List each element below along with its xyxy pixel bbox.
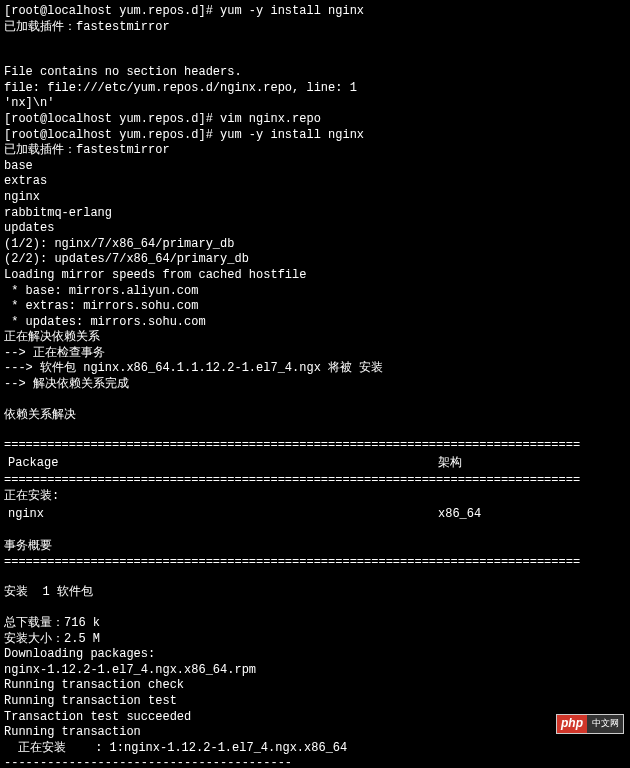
terminal-line	[4, 50, 626, 65]
terminal-line: Running transaction test	[4, 694, 626, 710]
row-package: nginx	[8, 507, 438, 523]
terminal-line: 事务概要	[4, 539, 626, 555]
terminal-line: Running transaction check	[4, 678, 626, 694]
terminal-line: 安装大小：2.5 M	[4, 632, 626, 648]
terminal-line: 安装 1 软件包	[4, 585, 626, 601]
terminal-line: 总下载量：716 k	[4, 616, 626, 632]
logo-php-text: php	[557, 715, 587, 733]
terminal-line: 已加载插件：fastestmirror	[4, 143, 626, 159]
terminal-line: 正在安装 : 1:nginx-1.12.2-1.el7_4.ngx.x86_64	[4, 741, 626, 757]
terminal-line	[4, 423, 626, 438]
terminal-line: (2/2): updates/7/x86_64/primary_db	[4, 252, 626, 268]
install-output: 安装 1 软件包总下载量：716 k安装大小：2.5 MDownloading …	[4, 570, 626, 768]
installing-label: 正在安装:	[4, 489, 626, 505]
table-header: Package 架构	[4, 454, 626, 474]
terminal-line: --> 正在检查事务	[4, 346, 626, 362]
summary-output: 事务概要	[4, 524, 626, 555]
table-row: nginx x86_64	[4, 505, 626, 525]
terminal-line: file: file:///etc/yum.repos.d/nginx.repo…	[4, 81, 626, 97]
header-package: Package	[8, 456, 438, 472]
terminal-line	[4, 570, 626, 585]
terminal-line	[4, 393, 626, 408]
terminal-line: Running transaction	[4, 725, 626, 741]
terminal-line: extras	[4, 174, 626, 190]
header-arch: 架构	[438, 456, 462, 472]
logo-cn-text: 中文网	[587, 715, 623, 733]
terminal-line: (1/2): nginx/7/x86_64/primary_db	[4, 237, 626, 253]
terminal-line	[4, 601, 626, 616]
terminal-line: updates	[4, 221, 626, 237]
terminal-line: --> 解决依赖关系完成	[4, 377, 626, 393]
terminal-line: [root@localhost yum.repos.d]# yum -y ins…	[4, 4, 626, 20]
terminal-line: * base: mirrors.aliyun.com	[4, 284, 626, 300]
php-logo-widget: php 中文网	[556, 714, 624, 734]
terminal-line: 'nx]\n'	[4, 96, 626, 112]
row-arch: x86_64	[438, 507, 481, 523]
terminal-line: [root@localhost yum.repos.d]# vim nginx.…	[4, 112, 626, 128]
terminal-line: File contains no section headers.	[4, 65, 626, 81]
divider-summary: ========================================…	[4, 555, 626, 571]
terminal-line: [root@localhost yum.repos.d]# yum -y ins…	[4, 128, 626, 144]
terminal-line: base	[4, 159, 626, 175]
terminal-line: ----------------------------------------	[4, 756, 626, 768]
divider-top: ========================================…	[4, 438, 626, 454]
divider-mid: ========================================…	[4, 473, 626, 489]
terminal-line: Downloading packages:	[4, 647, 626, 663]
terminal-line: ---> 软件包 nginx.x86_64.1.1.12.2-1.el7_4.n…	[4, 361, 626, 377]
terminal-line: Loading mirror speeds from cached hostfi…	[4, 268, 626, 284]
terminal-line: * extras: mirrors.sohu.com	[4, 299, 626, 315]
terminal-line: 依赖关系解决	[4, 408, 626, 424]
terminal-line	[4, 35, 626, 50]
terminal-line: * updates: mirrors.sohu.com	[4, 315, 626, 331]
terminal-line: Transaction test succeeded	[4, 710, 626, 726]
terminal-line: 已加载插件：fastestmirror	[4, 20, 626, 36]
terminal-line: rabbitmq-erlang	[4, 206, 626, 222]
terminal-output: [root@localhost yum.repos.d]# yum -y ins…	[4, 4, 626, 438]
terminal-line: nginx-1.12.2-1.el7_4.ngx.x86_64.rpm	[4, 663, 626, 679]
terminal-line	[4, 524, 626, 539]
terminal-line: nginx	[4, 190, 626, 206]
terminal-line: 正在解决依赖关系	[4, 330, 626, 346]
